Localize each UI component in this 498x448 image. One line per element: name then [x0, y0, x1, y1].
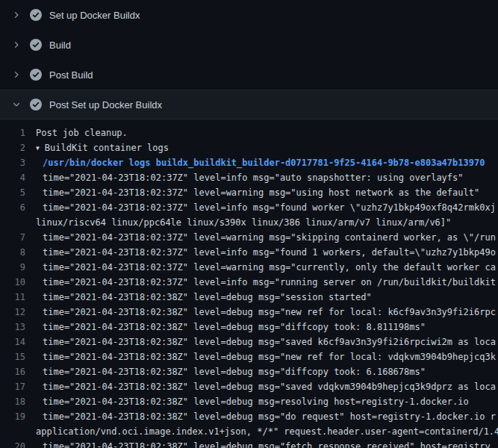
log-line: 10 time="2021-04-23T18:02:37Z" level=inf…: [0, 275, 498, 290]
line-number[interactable]: 16: [0, 364, 36, 379]
line-number[interactable]: 9: [0, 260, 36, 275]
line-number[interactable]: 8: [0, 245, 36, 260]
line-text: time="2021-04-23T18:02:38Z" level=debug …: [36, 379, 498, 394]
line-number[interactable]: 12: [0, 305, 36, 320]
line-text: time="2021-04-23T18:02:37Z" level=warnin…: [36, 230, 498, 245]
log-line: 1 Post job cleanup.: [0, 125, 498, 140]
log-line: 9 time="2021-04-23T18:02:37Z" level=warn…: [0, 260, 498, 275]
line-number[interactable]: 18: [0, 394, 36, 409]
step-title: Post Set up Docker Buildx: [49, 99, 162, 111]
line-text: linux/riscv64 linux/ppc64le linux/s390x …: [36, 215, 498, 230]
log-line: 4 time="2021-04-23T18:02:37Z" level=info…: [0, 170, 498, 185]
line-number[interactable]: 19: [0, 409, 36, 424]
line-number[interactable]: 11: [0, 290, 36, 305]
line-text: time="2021-04-23T18:02:37Z" level=warnin…: [36, 185, 498, 200]
line-text: time="2021-04-23T18:02:38Z" level=debug …: [36, 394, 498, 409]
group-collapse-icon[interactable]: ▼: [36, 141, 40, 155]
line-text: time="2021-04-23T18:02:37Z" level=info m…: [36, 200, 498, 215]
line-number[interactable]: 13: [0, 320, 36, 335]
step-header[interactable]: Set up Docker Buildx: [0, 0, 498, 30]
line-text: time="2021-04-23T18:02:38Z" level=debug …: [36, 364, 498, 379]
log-line: 13 time="2021-04-23T18:02:38Z" level=deb…: [0, 320, 498, 335]
step-section: Set up Docker Buildx: [0, 0, 498, 30]
line-number[interactable]: 17: [0, 379, 36, 394]
chevron-right-icon: [10, 39, 22, 51]
line-number[interactable]: 20: [0, 439, 36, 448]
step-header[interactable]: Post Set up Docker Buildx: [0, 90, 498, 119]
step-title: Set up Docker Buildx: [49, 10, 140, 21]
log-line: 17 time="2021-04-23T18:02:38Z" level=deb…: [0, 379, 498, 394]
chevron-right-icon: [10, 69, 22, 81]
line-text: application/vnd.oci.image.index.v1+json,…: [36, 424, 498, 439]
log-line: 12 time="2021-04-23T18:02:38Z" level=deb…: [0, 305, 498, 320]
log-line: 5 time="2021-04-23T18:02:37Z" level=warn…: [0, 185, 498, 200]
check-circle-icon: [30, 69, 42, 81]
line-text: time="2021-04-23T18:02:38Z" level=debug …: [36, 290, 498, 305]
check-circle-icon: [30, 99, 42, 111]
line-text: time="2021-04-23T18:02:38Z" level=debug …: [36, 349, 498, 364]
chevron-down-icon: [10, 99, 22, 111]
log-line: 11 time="2021-04-23T18:02:38Z" level=deb…: [0, 290, 498, 305]
line-text: time="2021-04-23T18:02:37Z" level=info m…: [36, 170, 498, 185]
log-line: 18 time="2021-04-23T18:02:38Z" level=deb…: [0, 394, 498, 409]
line-number[interactable]: [0, 215, 36, 230]
line-number[interactable]: 3: [0, 155, 36, 170]
log-line: linux/riscv64 linux/ppc64le linux/s390x …: [0, 215, 498, 230]
line-number[interactable]: 7: [0, 230, 36, 245]
log-line: 14 time="2021-04-23T18:02:38Z" level=deb…: [0, 335, 498, 349]
step-log-body: 1 Post job cleanup. 2 ▼BuildKit containe…: [0, 119, 498, 448]
line-number[interactable]: 1: [0, 125, 36, 140]
line-text: time="2021-04-23T18:02:38Z" level=debug …: [36, 335, 498, 349]
log-line: 6 time="2021-04-23T18:02:37Z" level=info…: [0, 200, 498, 215]
check-circle-icon: [30, 39, 42, 51]
line-text: time="2021-04-23T18:02:37Z" level=warnin…: [36, 260, 498, 275]
log-line: application/vnd.oci.image.index.v1+json,…: [0, 424, 498, 439]
step-list: Set up Docker Buildx Build: [0, 0, 498, 448]
line-number[interactable]: 14: [0, 335, 36, 349]
line-number[interactable]: [0, 424, 36, 439]
step-header[interactable]: Post Build: [0, 60, 498, 90]
step-title: Post Build: [49, 69, 93, 81]
log-line: 20 time="2021-04-23T18:02:38Z" level=deb…: [0, 439, 498, 448]
line-text: ▼BuildKit container logs: [36, 140, 498, 155]
line-text: time="2021-04-23T18:02:37Z" level=info m…: [36, 245, 498, 260]
log-line: 7 time="2021-04-23T18:02:37Z" level=warn…: [0, 230, 498, 245]
log-line: 15 time="2021-04-23T18:02:38Z" level=deb…: [0, 349, 498, 364]
line-number[interactable]: 15: [0, 349, 36, 364]
line-number[interactable]: 10: [0, 275, 36, 290]
line-text: time="2021-04-23T18:02:37Z" level=info m…: [36, 275, 498, 290]
log-line: 3 /usr/bin/docker logs buildx_buildkit_b…: [0, 155, 498, 170]
line-text: time="2021-04-23T18:02:38Z" level=debug …: [36, 439, 498, 448]
workflow-log-viewer: Set up Docker Buildx Build: [0, 0, 498, 448]
log-line: 16 time="2021-04-23T18:02:38Z" level=deb…: [0, 364, 498, 379]
log-line: 2 ▼BuildKit container logs: [0, 140, 498, 155]
line-text: /usr/bin/docker logs buildx_buildkit_bui…: [36, 155, 498, 170]
step-section: Post Build: [0, 60, 498, 90]
step-section: Post Set up Docker Buildx 1 Post job cle…: [0, 90, 498, 448]
line-text: time="2021-04-23T18:02:38Z" level=debug …: [36, 305, 498, 320]
line-number[interactable]: 4: [0, 170, 36, 185]
check-circle-icon: [30, 9, 42, 21]
chevron-right-icon: [10, 9, 22, 21]
line-number[interactable]: 6: [0, 200, 36, 215]
log-line: 8 time="2021-04-23T18:02:37Z" level=info…: [0, 245, 498, 260]
line-number[interactable]: 5: [0, 185, 36, 200]
line-text: Post job cleanup.: [36, 125, 498, 140]
line-number[interactable]: 2: [0, 140, 36, 155]
step-title: Build: [49, 40, 71, 51]
line-text: time="2021-04-23T18:02:38Z" level=debug …: [36, 409, 498, 424]
line-text: time="2021-04-23T18:02:38Z" level=debug …: [36, 320, 498, 335]
step-section: Build: [0, 30, 498, 60]
step-header[interactable]: Build: [0, 30, 498, 60]
log-line: 19 time="2021-04-23T18:02:38Z" level=deb…: [0, 409, 498, 424]
